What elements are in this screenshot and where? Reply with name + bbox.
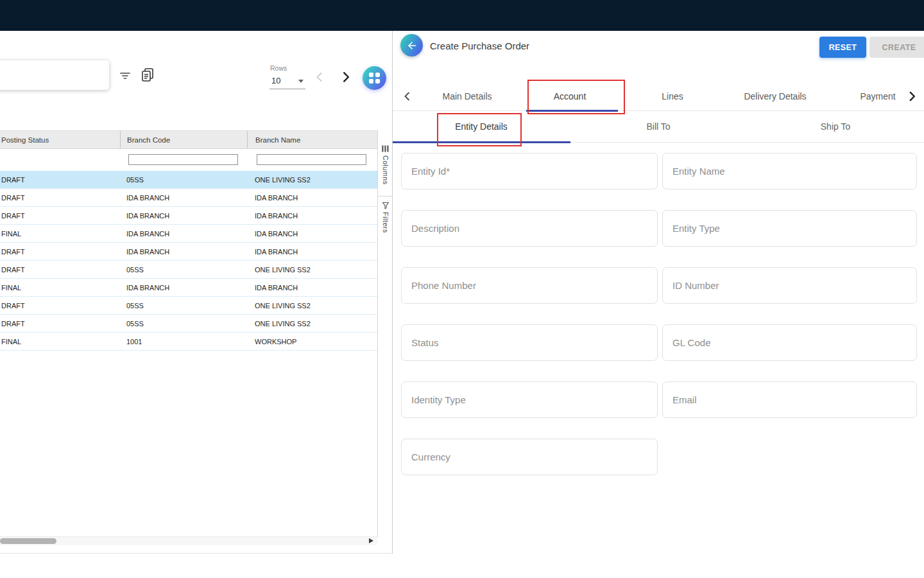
tab-main-details[interactable]: Main Details <box>416 82 518 110</box>
form-field <box>401 210 658 247</box>
column-header-posting-status[interactable]: Posting Status <box>0 131 120 148</box>
tab-lines[interactable]: Lines <box>621 82 724 110</box>
filters-icon <box>382 202 389 209</box>
filter-list-icon[interactable] <box>118 69 132 83</box>
table-row[interactable]: DRAFT IDA BRANCH IDA BRANCH <box>0 207 377 225</box>
column-header-branch-code[interactable]: Branch Code <box>120 131 247 148</box>
table-body: DRAFT 05SS ONE LIVING SS2 DRAFT IDA BRAN… <box>0 171 377 351</box>
cell-branch-name: ONE LIVING SS2 <box>247 266 377 274</box>
columns-icon <box>381 144 389 153</box>
cell-branch-code: 05SS <box>120 302 247 310</box>
cell-posting-status: DRAFT <box>0 248 120 256</box>
top-navbar <box>0 0 924 31</box>
phone-number-input[interactable] <box>401 267 658 304</box>
cell-branch-code: IDA BRANCH <box>120 194 247 202</box>
filters-panel-toggle[interactable]: Filters <box>378 202 393 233</box>
table-row[interactable]: DRAFT 05SS ONE LIVING SS2 <box>0 171 377 189</box>
cell-posting-status: DRAFT <box>0 302 120 310</box>
cell-branch-code: IDA BRANCH <box>120 248 247 256</box>
id-number-input[interactable] <box>662 267 917 304</box>
table-row[interactable]: DRAFT IDA BRANCH IDA BRANCH <box>0 189 377 207</box>
cell-branch-name: IDA BRANCH <box>247 230 377 238</box>
columns-panel-toggle[interactable]: Columns <box>378 144 393 185</box>
column-header-branch-name[interactable]: Branch Name <box>247 131 377 148</box>
subtab-entity-details[interactable]: Entity Details <box>393 111 570 142</box>
table-side-strip: Columns Filters <box>377 130 392 537</box>
description-input[interactable] <box>401 210 658 247</box>
horizontal-scrollbar-track[interactable] <box>0 536 377 545</box>
status-input[interactable] <box>401 324 658 361</box>
main-tabbar: Main Details Account Lines Delivery Deta… <box>393 82 924 111</box>
form-field <box>401 153 658 189</box>
back-button[interactable] <box>400 34 423 57</box>
branch-name-filter-input[interactable] <box>257 154 366 165</box>
form-field <box>662 210 917 247</box>
tab-delivery-details[interactable]: Delivery Details <box>724 82 826 110</box>
cell-branch-name: IDA BRANCH <box>247 284 377 292</box>
identity-type-input[interactable] <box>401 381 658 418</box>
cell-posting-status: DRAFT <box>0 212 120 220</box>
form-field <box>662 267 917 304</box>
form-field <box>662 153 917 189</box>
entity-type-input[interactable] <box>662 210 917 247</box>
copy-view-icon[interactable] <box>140 67 155 84</box>
left-panel-bottom-border <box>0 553 392 554</box>
cell-branch-name: IDA BRANCH <box>247 194 377 202</box>
rows-per-page-label: Rows <box>270 64 287 72</box>
grid-apps-button[interactable] <box>363 66 386 90</box>
cell-branch-name: ONE LIVING SS2 <box>247 176 377 184</box>
table-row[interactable]: DRAFT 05SS ONE LIVING SS2 <box>0 261 377 279</box>
subtab-ship-to[interactable]: Ship To <box>747 111 924 142</box>
email-input[interactable] <box>662 381 917 418</box>
rows-per-page-select[interactable]: 10 <box>270 74 305 89</box>
form-field <box>662 381 917 418</box>
next-page-icon[interactable] <box>339 69 353 85</box>
form-field <box>401 439 658 475</box>
cell-branch-name: ONE LIVING SS2 <box>247 320 377 328</box>
page-title: Create Purchase Order <box>430 40 529 51</box>
cell-posting-status: FINAL <box>0 230 120 238</box>
prev-page-icon[interactable] <box>313 71 326 83</box>
form-field <box>401 324 658 361</box>
cell-posting-status: DRAFT <box>0 194 120 202</box>
entity-details-form <box>401 153 917 475</box>
columns-panel-label: Columns <box>382 155 389 185</box>
subtab-bill-to[interactable]: Bill To <box>570 111 747 142</box>
table-row[interactable]: DRAFT 05SS ONE LIVING SS2 <box>0 297 377 315</box>
active-subtab-indicator <box>393 141 570 143</box>
cell-posting-status: DRAFT <box>0 176 120 184</box>
entity-name-input[interactable] <box>662 153 917 189</box>
reset-button[interactable]: RESET <box>819 37 866 58</box>
cell-posting-status: DRAFT <box>0 320 120 328</box>
sub-tabbar: Entity Details Bill To Ship To <box>393 111 924 143</box>
table-row[interactable]: FINAL 1001 WORKSHOP <box>0 333 377 351</box>
cell-branch-code: IDA BRANCH <box>120 212 247 220</box>
cell-branch-code: 1001 <box>120 338 247 346</box>
currency-input[interactable] <box>401 439 658 475</box>
cell-branch-name: IDA BRANCH <box>247 212 377 220</box>
table-row[interactable]: FINAL IDA BRANCH IDA BRANCH <box>0 279 377 297</box>
cell-branch-code: 05SS <box>120 320 247 328</box>
scrollbar-right-arrow-icon[interactable] <box>369 538 373 543</box>
create-button[interactable]: CREATE <box>869 37 924 58</box>
tab-scroll-left-icon[interactable] <box>401 90 414 103</box>
rows-caret-icon <box>298 80 304 83</box>
entity-id-input[interactable] <box>401 153 658 189</box>
table-search-input[interactable] <box>0 60 109 90</box>
grid-apps-icon <box>369 73 380 83</box>
table-row[interactable]: DRAFT 05SS ONE LIVING SS2 <box>0 315 377 333</box>
cell-posting-status: FINAL <box>0 284 120 292</box>
gl-code-input[interactable] <box>662 324 917 361</box>
form-field <box>401 381 658 418</box>
form-field <box>662 324 917 361</box>
table-row[interactable]: FINAL IDA BRANCH IDA BRANCH <box>0 225 377 243</box>
table-row[interactable]: DRAFT IDA BRANCH IDA BRANCH <box>0 243 377 261</box>
branch-code-filter-input[interactable] <box>128 154 238 165</box>
filters-panel-label: Filters <box>382 212 389 233</box>
cell-branch-code: IDA BRANCH <box>120 284 247 292</box>
horizontal-scrollbar-thumb[interactable] <box>0 538 56 544</box>
tab-scroll-right-icon[interactable] <box>905 89 919 103</box>
tab-account[interactable]: Account <box>518 82 621 110</box>
cell-branch-code: 05SS <box>120 266 247 274</box>
table-search-box <box>0 60 109 90</box>
